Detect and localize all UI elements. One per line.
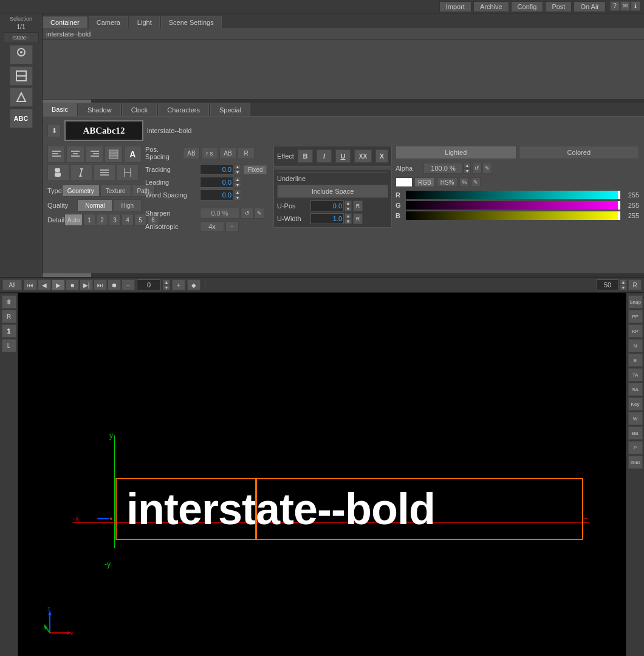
- include-space-btn[interactable]: Include Space: [277, 185, 388, 198]
- u-width-down-arrow[interactable]: ▼: [344, 219, 352, 224]
- total-down-arrow[interactable]: ▼: [620, 285, 627, 290]
- vp-snap-btn[interactable]: Snap: [628, 295, 643, 309]
- tl-end-btn[interactable]: R: [628, 279, 642, 290]
- colored-btn[interactable]: Colored: [519, 146, 640, 159]
- g-bar[interactable]: [406, 201, 620, 210]
- vp-e-btn[interactable]: E: [628, 354, 643, 367]
- ws-down-arrow[interactable]: ▼: [234, 195, 241, 200]
- help-icon[interactable]: ?: [610, 1, 620, 11]
- sidebar-icon-1[interactable]: [10, 45, 33, 64]
- detail-4-btn[interactable]: 4: [122, 214, 134, 226]
- effect-bold-btn[interactable]: B: [298, 149, 313, 163]
- effect-xx-btn[interactable]: XX: [354, 149, 372, 163]
- texture-icon[interactable]: [104, 146, 122, 163]
- info-icon[interactable]: ℹ: [631, 1, 640, 11]
- u-width-input[interactable]: [310, 213, 344, 224]
- vp-pp-btn[interactable]: PP: [628, 310, 643, 323]
- subtab-clock[interactable]: Clock: [122, 103, 157, 116]
- lines-icon[interactable]: [94, 164, 115, 181]
- ab-btn-4[interactable]: R: [238, 147, 255, 159]
- u-pos-up-arrow[interactable]: ▲: [344, 200, 352, 206]
- vp-l-btn[interactable]: L: [2, 339, 16, 352]
- tl-stop-btn[interactable]: ■: [66, 279, 79, 290]
- vp-1-btn[interactable]: 1: [2, 324, 16, 338]
- tl-minus-btn[interactable]: −: [122, 279, 135, 290]
- tl-record-btn[interactable]: ⏺: [108, 279, 121, 290]
- detail-3-btn[interactable]: 3: [109, 214, 121, 226]
- tl-prev-btn[interactable]: ◀: [38, 279, 51, 290]
- ws-up-arrow[interactable]: ▲: [234, 190, 241, 195]
- tracking-fixed-btn[interactable]: Fixed: [244, 165, 267, 174]
- sidebar-icon-2[interactable]: [10, 66, 33, 86]
- quality-high-btn[interactable]: High: [113, 199, 142, 211]
- frame-up-arrow[interactable]: ▲: [163, 279, 170, 285]
- tl-last-btn[interactable]: ⏭: [94, 279, 107, 290]
- color-swatch[interactable]: [396, 177, 413, 187]
- r-bar[interactable]: [406, 191, 620, 199]
- sidebar-icon-abc[interactable]: ABC: [10, 109, 33, 128]
- color-mode-hs-btn[interactable]: HS%: [437, 177, 458, 187]
- tl-keyframe-btn[interactable]: ◆: [187, 279, 200, 290]
- tab-scene-settings[interactable]: Scene Settings: [161, 16, 222, 28]
- italic-icon[interactable]: [70, 164, 92, 181]
- aniso-btn[interactable]: −: [225, 221, 239, 232]
- u-pos-input[interactable]: [310, 200, 344, 211]
- font-load-icon[interactable]: ⬇: [47, 124, 61, 137]
- ab-btn-1[interactable]: AB: [183, 147, 200, 159]
- leading-input[interactable]: [200, 177, 233, 188]
- effect-underline-btn[interactable]: U: [335, 149, 351, 163]
- b-bar[interactable]: [406, 211, 620, 220]
- subtab-characters[interactable]: Characters: [158, 103, 209, 116]
- tl-frame-input[interactable]: [137, 279, 161, 290]
- config-button[interactable]: Config: [511, 1, 544, 12]
- detail-1-btn[interactable]: 1: [83, 214, 95, 226]
- quality-normal-btn[interactable]: Normal: [77, 199, 112, 211]
- detail-auto-btn[interactable]: Auto: [64, 214, 83, 226]
- alpha-down-arrow[interactable]: ▼: [464, 168, 471, 174]
- vp-ta-btn[interactable]: TA: [628, 368, 643, 381]
- color-extra-btn[interactable]: ✎: [471, 177, 481, 187]
- type-texture-btn[interactable]: Texture: [100, 185, 131, 197]
- alpha-reset-btn[interactable]: ↺: [472, 163, 482, 174]
- vp-grid-btn[interactable]: Grid: [628, 456, 643, 469]
- subtab-basic[interactable]: Basic: [43, 103, 77, 116]
- import-button[interactable]: Import: [439, 1, 471, 12]
- sharpen-reset-btn[interactable]: ↺: [241, 208, 254, 219]
- effect-italic-btn[interactable]: I: [317, 149, 332, 163]
- subtab-shadow[interactable]: Shadow: [78, 103, 121, 116]
- leading-down-arrow[interactable]: ▼: [234, 182, 241, 188]
- tl-total-frames-input[interactable]: [597, 279, 618, 290]
- u-width-up-arrow[interactable]: ▲: [344, 213, 352, 219]
- vp-sa-btn[interactable]: SA: [628, 383, 643, 396]
- mail-icon[interactable]: ✉: [620, 1, 630, 11]
- tracking-down-arrow[interactable]: ▼: [234, 169, 241, 175]
- onair-button[interactable]: On Air: [574, 1, 606, 12]
- tracking-input[interactable]: [200, 164, 233, 175]
- tl-next-btn[interactable]: ▶|: [80, 279, 93, 290]
- u-pos-down-arrow[interactable]: ▼: [344, 206, 352, 211]
- archive-button[interactable]: Archive: [473, 1, 509, 12]
- tl-play-btn[interactable]: ▶: [52, 279, 65, 290]
- color-edit-icon[interactable]: %: [459, 177, 469, 187]
- sidebar-icon-3[interactable]: [10, 87, 33, 107]
- vp-kp-btn[interactable]: KP: [628, 324, 643, 338]
- tracking-up-arrow[interactable]: ▲: [234, 164, 241, 169]
- spacing-icon[interactable]: [117, 164, 139, 181]
- tl-plus-btn[interactable]: +: [172, 279, 185, 290]
- vp-bb-btn[interactable]: BB: [628, 426, 643, 440]
- tab-container[interactable]: Container: [43, 16, 87, 28]
- ab-btn-3[interactable]: AB: [219, 147, 236, 159]
- u-pos-reset-btn[interactable]: R: [353, 200, 363, 211]
- vp-r-btn[interactable]: R: [2, 310, 16, 323]
- vp-p-btn[interactable]: P: [628, 441, 643, 454]
- align-left-icon[interactable]: [47, 146, 65, 163]
- vp-delete-btn[interactable]: 🗑: [2, 295, 16, 309]
- tab-light[interactable]: Light: [129, 16, 160, 28]
- detail-2-btn[interactable]: 2: [96, 214, 108, 226]
- vp-w-btn[interactable]: W: [628, 412, 643, 425]
- text-style-icon[interactable]: A: [124, 146, 142, 163]
- align-center-icon[interactable]: [66, 146, 84, 163]
- leading-up-arrow[interactable]: ▲: [234, 177, 241, 182]
- alpha-edit-btn[interactable]: ✎: [482, 163, 492, 174]
- lighted-btn[interactable]: Lighted: [396, 146, 516, 159]
